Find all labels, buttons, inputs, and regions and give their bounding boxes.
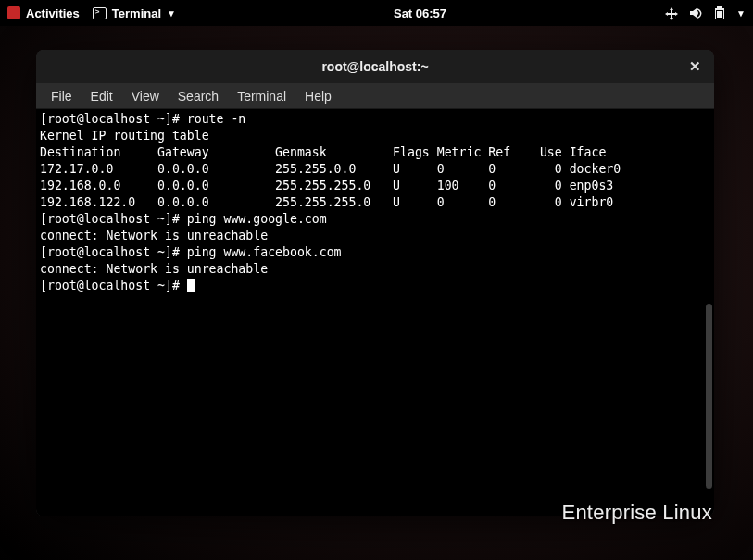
menu-search[interactable]: Search: [169, 86, 228, 106]
battery-icon[interactable]: [712, 6, 727, 20]
terminal-cursor: [187, 279, 195, 292]
menu-file[interactable]: File: [42, 86, 82, 106]
system-menu-chevron-icon[interactable]: ▼: [736, 8, 746, 19]
menu-help[interactable]: Help: [295, 86, 341, 106]
close-icon: ✕: [689, 58, 701, 75]
window-titlebar[interactable]: root@localhost:~ ✕: [36, 50, 714, 83]
menu-view[interactable]: View: [122, 86, 169, 106]
chevron-down-icon: ▼: [167, 8, 176, 19]
menu-terminal[interactable]: Terminal: [228, 86, 295, 106]
terminal-output[interactable]: [root@localhost ~]# route -n Kernel IP r…: [36, 109, 714, 516]
clock[interactable]: Sat 06:57: [394, 6, 446, 20]
top-panel: Activities Terminal ▼ Sat 06:57 ▼: [0, 0, 753, 26]
close-button[interactable]: ✕: [684, 56, 705, 77]
window-title: root@localhost:~: [321, 59, 428, 74]
desktop-brand: Enterprise Linux: [562, 501, 713, 525]
menu-edit[interactable]: Edit: [82, 86, 122, 106]
scrollbar[interactable]: [706, 304, 712, 489]
distro-icon: [7, 6, 20, 19]
app-menu-label: Terminal: [112, 6, 161, 20]
menubar: File Edit View Search Terminal Help: [36, 83, 714, 109]
volume-icon[interactable]: [688, 6, 703, 20]
terminal-window: root@localhost:~ ✕ File Edit View Search…: [36, 50, 714, 516]
network-icon[interactable]: [664, 6, 679, 20]
app-menu[interactable]: Terminal ▼: [93, 6, 176, 20]
activities-label: Activities: [26, 6, 80, 20]
activities-button[interactable]: Activities: [7, 6, 80, 20]
svg-rect-0: [717, 11, 722, 18]
terminal-app-icon: [93, 7, 107, 19]
desktop: root@localhost:~ ✕ File Edit View Search…: [0, 26, 753, 560]
